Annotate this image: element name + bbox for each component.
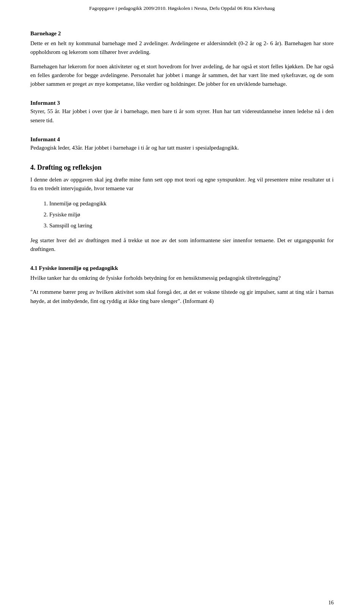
informant3-heading: Informant 3 — [30, 100, 334, 106]
page-number: 16 — [328, 600, 334, 606]
list-item-1: Innemiljø og pedagogikk — [49, 199, 334, 209]
section4-title: 4. Drøfting og refleksjon — [30, 164, 334, 172]
barnehage2-title: Barnehage 2 — [30, 30, 334, 37]
list-item-2: Fysiske miljø — [49, 210, 334, 220]
informant4-heading: Informant 4 — [30, 136, 334, 143]
informant3-desc: Styrer, 55 år. Har jobbet i over tjue år… — [30, 107, 334, 125]
section41-title: 4.1 Fysiske innemiljø og pedagogikk — [30, 265, 334, 271]
section41-question: Hvilke tanker har du omkring de fysiske … — [30, 274, 334, 282]
barnehage-para1: Dette er en helt ny kommunal barnehage m… — [30, 39, 334, 57]
list-item-3: Samspill og læring — [49, 221, 334, 231]
page: Fagoppgave i pedagogikk 2009/2010. Høgsk… — [0, 0, 364, 615]
section41-quote: "At rommene bærer preg av hvilken aktivi… — [30, 288, 334, 306]
section4-list: Innemiljø og pedagogikk Fysiske miljø Sa… — [49, 199, 334, 231]
main-content: Barnehage 2 Dette er en helt ny kommunal… — [30, 23, 334, 306]
informant4-desc: Pedagogisk leder, 43år. Har jobbet i bar… — [30, 144, 334, 152]
header-text: Fagoppgave i pedagogikk 2009/2010. Høgsk… — [89, 5, 275, 11]
section4-para1-text: I denne delen av oppgaven skal jeg drøft… — [30, 177, 334, 191]
page-header: Fagoppgave i pedagogikk 2009/2010. Høgsk… — [30, 0, 334, 23]
section4-para1: I denne delen av oppgaven skal jeg drøft… — [30, 175, 334, 193]
section4-para2: Jeg starter hver del av drøftingen med å… — [30, 236, 334, 254]
barnehage-para2: Barnehagen har lekerom for noen aktivite… — [30, 62, 334, 89]
